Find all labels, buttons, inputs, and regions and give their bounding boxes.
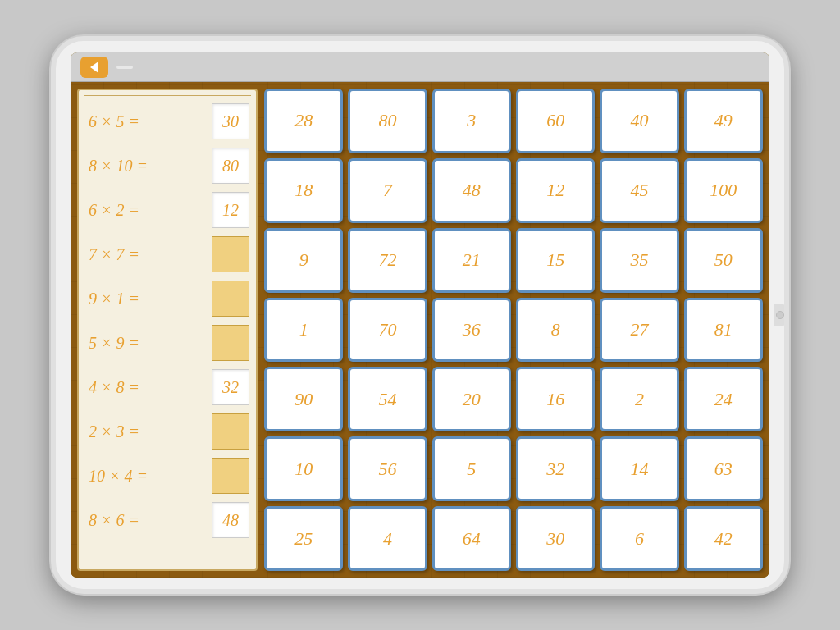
tile[interactable]: 7 (348, 158, 427, 223)
tile[interactable]: 15 (516, 228, 595, 293)
tile[interactable]: 49 (684, 89, 763, 153)
tile[interactable]: 63 (684, 436, 763, 501)
equation-row: 8 × 6 =48 (79, 498, 256, 542)
tile[interactable]: 9 (264, 228, 343, 293)
equation-left: 7 × 7 = (89, 245, 212, 264)
header-bar (71, 52, 769, 82)
tile[interactable]: 25 (264, 506, 343, 571)
tile-number: 4 (383, 528, 392, 550)
back-button[interactable] (80, 57, 108, 78)
tile[interactable]: 2 (600, 367, 678, 431)
tile[interactable]: 56 (348, 436, 427, 501)
tile[interactable]: 36 (432, 298, 511, 363)
table-label (116, 66, 133, 69)
tile[interactable]: 6 (600, 506, 678, 571)
home-button[interactable] (774, 304, 786, 326)
tile[interactable]: 72 (348, 228, 427, 293)
volume-button[interactable] (51, 308, 54, 322)
tile[interactable]: 24 (684, 367, 763, 431)
tile[interactable]: 90 (264, 367, 343, 431)
content-area: 6 × 5 =308 × 10 =806 × 2 =127 × 7 =9 × 1… (71, 82, 769, 578)
equation-result: 48 (212, 502, 249, 538)
tile[interactable]: 48 (432, 158, 511, 223)
equation-result[interactable] (212, 458, 249, 494)
tile[interactable]: 3 (432, 89, 511, 153)
tile[interactable]: 50 (684, 228, 763, 293)
tile[interactable]: 8 (516, 298, 595, 363)
tile-number: 24 (714, 389, 733, 410)
tile[interactable]: 12 (516, 158, 595, 223)
equation-row: 6 × 2 =12 (79, 188, 256, 232)
tile[interactable]: 35 (600, 228, 678, 293)
equation-row: 2 × 3 = (79, 409, 256, 454)
equation-left: 5 × 9 = (89, 334, 212, 353)
tile-number: 100 (710, 180, 737, 201)
tile-number: 9 (299, 249, 308, 271)
tile-number: 1 (299, 319, 308, 340)
equation-result[interactable] (212, 281, 249, 317)
tile-number: 16 (546, 389, 564, 410)
tile-number: 30 (546, 528, 564, 550)
tile[interactable]: 81 (684, 298, 763, 363)
tile-number: 81 (714, 319, 733, 340)
tile[interactable]: 70 (348, 298, 427, 363)
tile-number: 45 (630, 180, 648, 201)
tile-number: 40 (630, 110, 648, 131)
multiplication-table-panel: 6 × 5 =308 × 10 =806 × 2 =127 × 7 =9 × 1… (77, 89, 258, 571)
tile[interactable]: 64 (432, 506, 511, 571)
equation-result[interactable] (212, 325, 249, 361)
tile-number: 3 (467, 110, 476, 131)
tile-number: 42 (714, 528, 733, 550)
tile-number: 27 (630, 319, 648, 340)
tile[interactable]: 14 (600, 436, 678, 501)
tile-number: 50 (714, 249, 733, 271)
tile[interactable]: 20 (432, 367, 511, 431)
equation-result: 32 (212, 369, 249, 405)
equation-row: 5 × 9 = (79, 321, 256, 365)
equation-result: 80 (212, 148, 249, 184)
tile-number: 49 (714, 110, 733, 131)
tile[interactable]: 45 (600, 158, 678, 223)
equation-result: 30 (212, 103, 249, 139)
tile-number: 12 (546, 180, 564, 201)
tile[interactable]: 28 (264, 89, 343, 153)
tile-number: 21 (463, 249, 481, 271)
tile[interactable]: 100 (684, 158, 763, 223)
back-arrow-icon (90, 62, 98, 73)
tile[interactable]: 18 (264, 158, 343, 223)
tile[interactable]: 30 (516, 506, 595, 571)
equation-result: 12 (212, 192, 249, 228)
tile-grid: 2880360404918748124510097221153550170368… (258, 82, 769, 578)
equation-row: 7 × 7 = (79, 232, 256, 276)
tile-number: 25 (294, 528, 313, 550)
equation-result[interactable] (212, 236, 249, 272)
equation-left: 4 × 8 = (89, 378, 212, 397)
tile[interactable]: 54 (348, 367, 427, 431)
tile-number: 2 (635, 389, 644, 410)
tile[interactable]: 16 (516, 367, 595, 431)
tile-number: 28 (294, 110, 313, 131)
tile[interactable]: 40 (600, 89, 678, 153)
tile[interactable]: 4 (348, 506, 427, 571)
equation-result[interactable] (212, 413, 249, 450)
tile-number: 54 (378, 389, 396, 410)
tile-number: 5 (467, 459, 476, 480)
tile[interactable]: 32 (516, 436, 595, 501)
tile[interactable]: 27 (600, 298, 678, 363)
tile[interactable]: 42 (684, 506, 763, 571)
tile-number: 48 (463, 180, 481, 201)
tile[interactable]: 60 (516, 89, 595, 153)
tile-number: 10 (294, 459, 313, 480)
tile[interactable]: 21 (432, 228, 511, 293)
tile[interactable]: 10 (264, 436, 343, 501)
tile-number: 56 (378, 459, 396, 480)
tile-number: 32 (546, 459, 564, 480)
tile-number: 20 (463, 389, 481, 410)
equation-left: 2 × 3 = (89, 422, 212, 441)
tile[interactable]: 1 (264, 298, 343, 363)
tile-number: 60 (546, 110, 564, 131)
tile[interactable]: 80 (348, 89, 427, 153)
equation-row: 10 × 4 = (79, 454, 256, 498)
tile[interactable]: 5 (432, 436, 511, 501)
equation-left: 10 × 4 = (89, 467, 212, 486)
